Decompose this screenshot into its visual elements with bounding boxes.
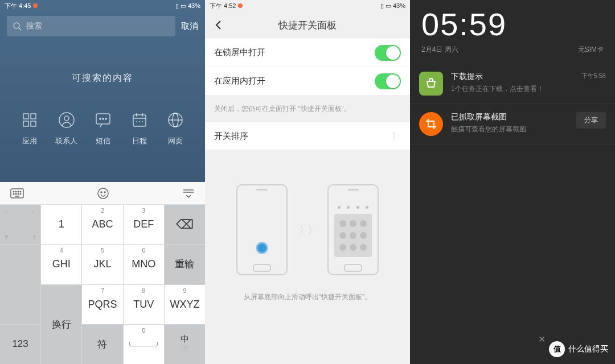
notification-dot-icon: [33, 3, 38, 8]
battery-icon: ▭: [386, 2, 391, 10]
collapse-icon[interactable]: [182, 188, 195, 198]
key-retype[interactable]: 重输: [165, 245, 205, 284]
search-input[interactable]: 搜索: [7, 16, 175, 36]
category-calendar[interactable]: 日程: [129, 110, 150, 146]
setting-lockscreen[interactable]: 在锁屏中打开: [205, 39, 410, 67]
calendar-icon: [129, 110, 150, 130]
svg-point-30: [20, 193, 21, 195]
section-heading: 可搜索的内容: [0, 72, 205, 84]
label: 短信: [96, 136, 110, 146]
key-tuv[interactable]: 8TUV: [124, 285, 164, 324]
svg-point-6: [59, 113, 74, 127]
key-jkl[interactable]: 5JKL: [82, 245, 122, 284]
key-1[interactable]: 1: [41, 205, 81, 244]
key-punctuation[interactable]: ，。？！: [0, 205, 40, 244]
svg-point-27: [13, 193, 14, 195]
notification-screenshot[interactable]: 已抓取屏幕截图 触摸可查看您的屏幕截图 分享: [410, 104, 615, 144]
chevron-right-icon: 〉: [392, 130, 401, 142]
battery-icon: ▭: [181, 2, 186, 10]
key-newline[interactable]: 换行: [41, 285, 81, 365]
setting-label: 在应用内打开: [214, 76, 265, 86]
cancel-button[interactable]: 取消: [181, 21, 198, 32]
key-delete[interactable]: ⌫: [165, 205, 205, 244]
watermark-text: 什么值得买: [568, 344, 608, 354]
notification-title: 下载提示: [451, 72, 573, 82]
category-contacts[interactable]: 联系人: [55, 110, 77, 146]
illustration: 〉〉: [205, 184, 410, 275]
keyboard-icon[interactable]: [10, 188, 24, 198]
web-icon: [165, 110, 186, 130]
category-web[interactable]: 网页: [165, 110, 186, 146]
date-row: 2月4日 周六 无SIM卡: [410, 43, 615, 64]
share-button[interactable]: 分享: [576, 112, 606, 129]
setting-inapp[interactable]: 在应用内打开: [205, 67, 410, 96]
status-bar: 下午 4:45 ▯▭43%: [0, 0, 205, 11]
notification-subtitle: 1个任务正在下载，点击查看！: [451, 84, 573, 94]
setting-label: 开关排序: [214, 131, 248, 142]
toggle-switch[interactable]: [375, 73, 401, 89]
svg-point-11: [105, 118, 106, 119]
toggle-switch[interactable]: [375, 45, 401, 61]
svg-rect-37: [428, 121, 434, 127]
svg-rect-4: [23, 121, 28, 126]
svg-point-29: [18, 193, 19, 195]
key-space[interactable]: 0: [124, 325, 164, 364]
keyboard-toolbar: [0, 182, 205, 205]
download-app-icon: [419, 72, 443, 96]
key-pqrs[interactable]: 7PQRS: [82, 285, 122, 324]
notification-screen: 05:59 2月4日 周六 无SIM卡 下载提示 1个任务正在下载，点击查看！ …: [410, 0, 615, 364]
watermark-badge-icon: 值: [549, 341, 565, 357]
svg-point-28: [15, 193, 17, 195]
key-wxyz[interactable]: 9WXYZ: [165, 285, 205, 324]
status-time: 下午 4:52: [210, 2, 236, 10]
key-ghi[interactable]: 4GHI: [41, 245, 81, 284]
header: 快捷开关面板: [205, 11, 410, 39]
category-row: 应用 联系人 短信 日程 网页: [0, 110, 205, 146]
sim-icon: ▯: [380, 2, 384, 10]
category-apps[interactable]: 应用: [19, 110, 40, 146]
svg-rect-12: [133, 115, 146, 126]
emoji-icon[interactable]: [97, 187, 109, 200]
label: 联系人: [55, 136, 77, 146]
search-placeholder: 搜索: [26, 21, 42, 31]
screenshot-icon: [419, 112, 443, 136]
svg-point-33: [101, 192, 102, 193]
svg-rect-2: [23, 114, 28, 119]
phone-before-icon: [236, 184, 288, 275]
svg-point-24: [15, 191, 17, 192]
svg-point-34: [104, 192, 105, 193]
key-language[interactable]: 中/英: [165, 325, 205, 364]
setting-order[interactable]: 开关排序 〉: [205, 122, 410, 150]
svg-point-0: [14, 23, 19, 28]
setting-label: 在锁屏中打开: [214, 47, 265, 58]
phone-after-icon: [327, 184, 379, 275]
watermark: 值 什么值得买: [549, 341, 608, 357]
notification-download[interactable]: 下载提示 1个任务正在下载，点击查看！ 下午5:58: [410, 64, 615, 104]
clock: 05:59: [410, 0, 615, 43]
double-arrow-icon: 〉〉: [299, 223, 316, 237]
svg-point-32: [98, 188, 108, 198]
hint-text: 关闭后，您仍可在桌面打开 "快捷开关面板"。: [205, 96, 410, 122]
key-123[interactable]: 123: [0, 325, 40, 364]
messages-icon: [93, 110, 113, 130]
key-def[interactable]: 3DEF: [124, 205, 164, 244]
date-text: 2月4日 周六: [421, 45, 458, 55]
illustration-caption: 从屏幕底部向上滑动呼出"快捷开关面板"。: [205, 292, 410, 302]
svg-point-23: [13, 191, 14, 192]
label: 日程: [132, 136, 147, 146]
search-row: 搜索 取消: [0, 11, 205, 41]
notification-subtitle: 触摸可查看您的屏幕截图: [451, 125, 564, 134]
status-bar: 下午 4:52 ▯▭43%: [205, 0, 410, 11]
svg-point-7: [64, 116, 69, 121]
svg-point-9: [100, 118, 101, 119]
key-abc[interactable]: 2ABC: [82, 205, 122, 244]
close-icon[interactable]: ✕: [538, 334, 546, 345]
sim-status: 无SIM卡: [578, 45, 604, 55]
back-icon[interactable]: [212, 18, 226, 32]
key-candidates[interactable]: [0, 245, 40, 324]
key-mno[interactable]: 6MNO: [124, 245, 164, 284]
apps-icon: [19, 110, 40, 130]
category-messages[interactable]: 短信: [93, 110, 113, 146]
status-time: 下午 4:45: [5, 2, 31, 10]
key-symbol[interactable]: 符: [82, 325, 122, 364]
